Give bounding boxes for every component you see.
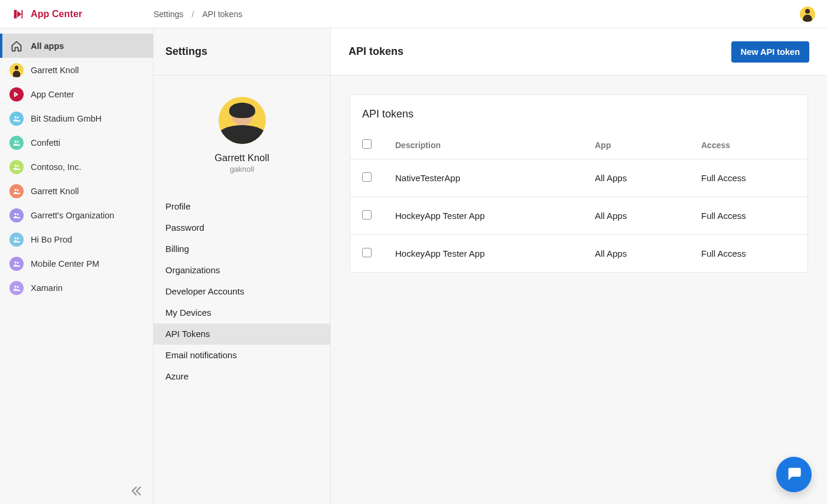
main-header: API tokens New API token <box>331 28 827 76</box>
appcenter-logo-icon <box>9 87 24 102</box>
people-icon <box>9 160 24 174</box>
sidebar-item[interactable]: Bit Stadium GmbH <box>0 106 153 130</box>
row-app: All Apps <box>583 159 689 197</box>
sidebar-item[interactable]: Garrett's Organization <box>0 203 153 227</box>
new-api-token-button[interactable]: New API token <box>731 41 809 63</box>
table-row[interactable]: HockeyApp Tester AppAll AppsFull Access <box>350 235 808 273</box>
svg-point-12 <box>15 261 17 263</box>
svg-point-8 <box>15 212 17 215</box>
brand-block[interactable]: App Center <box>12 8 154 21</box>
user-avatar-icon <box>9 63 24 77</box>
people-icon <box>9 257 24 271</box>
profile-card: Garrett Knoll gaknoll <box>154 76 330 184</box>
settings-nav-item[interactable]: Email notifications <box>154 345 330 366</box>
api-tokens-table: Description App Access NativeTesterAppAl… <box>350 131 808 272</box>
settings-nav-item[interactable]: Profile <box>154 196 330 217</box>
sidebar-item-label: Bit Stadium GmbH <box>31 114 102 123</box>
user-avatar-menu[interactable] <box>800 6 815 22</box>
svg-point-0 <box>15 116 17 118</box>
settings-title: Settings <box>165 45 207 58</box>
sidebar-item-label: Confetti <box>31 138 60 148</box>
sidebar-item-label: Garrett's Organization <box>31 211 114 220</box>
main: API tokens New API token API tokens Desc… <box>331 28 827 504</box>
topbar: App Center Settings / API tokens <box>0 0 827 28</box>
sidebar-item-label: Garrett Knoll <box>31 66 79 75</box>
settings-nav-item[interactable]: Developer Accounts <box>154 281 330 302</box>
select-all-checkbox[interactable] <box>362 139 372 149</box>
row-description: HockeyApp Tester App <box>383 235 583 273</box>
svg-point-14 <box>15 285 17 287</box>
collapse-sidebar-icon[interactable] <box>129 484 144 498</box>
sidebar-item-label: Contoso, Inc. <box>31 162 81 172</box>
brand-label: App Center <box>31 9 82 19</box>
sidebar-item[interactable]: App Center <box>0 82 153 106</box>
svg-point-7 <box>17 189 19 191</box>
sidebar-all-apps[interactable]: All apps <box>0 34 153 58</box>
column-access[interactable]: Access <box>689 131 808 159</box>
sidebar-item-label: Mobile Center PM <box>31 259 99 269</box>
row-checkbox[interactable] <box>362 172 372 182</box>
sidebar-list: All apps Garrett KnollApp CenterBit Stad… <box>0 28 153 300</box>
people-icon <box>9 112 24 126</box>
row-checkbox[interactable] <box>362 210 372 220</box>
table-row[interactable]: HockeyApp Tester AppAll AppsFull Access <box>350 197 808 235</box>
sidebar-item-label: Garrett Knoll <box>31 186 79 196</box>
sidebar-item-label: App Center <box>31 90 74 99</box>
svg-point-1 <box>17 116 19 118</box>
people-icon <box>9 208 24 222</box>
people-icon <box>9 233 24 247</box>
column-app[interactable]: App <box>583 131 689 159</box>
row-access: Full Access <box>689 197 808 235</box>
page-title: API tokens <box>349 45 403 58</box>
settings-nav-item[interactable]: API Tokens <box>154 323 330 345</box>
sidebar-item[interactable]: Confetti <box>0 130 153 155</box>
people-icon <box>9 136 24 150</box>
svg-point-2 <box>15 140 17 142</box>
appcenter-logo-icon <box>12 8 25 21</box>
sidebar-item[interactable]: Garrett Knoll <box>0 58 153 82</box>
svg-point-3 <box>17 140 19 142</box>
people-icon <box>9 184 24 198</box>
row-description: HockeyApp Tester App <box>383 197 583 235</box>
table-row[interactable]: NativeTesterAppAll AppsFull Access <box>350 159 808 197</box>
breadcrumb: Settings / API tokens <box>154 9 242 19</box>
profile-username: gaknoll <box>230 165 254 174</box>
settings-nav-item[interactable]: My Devices <box>154 302 330 323</box>
svg-point-10 <box>15 237 17 239</box>
sidebar-item-label: Hi Bo Prod <box>31 235 72 244</box>
svg-point-4 <box>15 164 17 166</box>
row-app: All Apps <box>583 197 689 235</box>
column-description[interactable]: Description <box>383 131 583 159</box>
breadcrumb-settings[interactable]: Settings <box>154 9 184 19</box>
svg-point-15 <box>17 286 19 287</box>
settings-header: Settings <box>154 28 330 76</box>
breadcrumb-separator: / <box>192 9 194 19</box>
chat-icon <box>786 465 802 484</box>
settings-nav-item[interactable]: Password <box>154 217 330 238</box>
svg-point-11 <box>17 237 19 239</box>
svg-point-9 <box>17 213 19 215</box>
sidebar-item[interactable]: Garrett Knoll <box>0 179 153 203</box>
settings-column: Settings Garrett Knoll gaknoll ProfilePa… <box>154 28 331 504</box>
home-icon <box>9 39 24 53</box>
sidebar-item[interactable]: Xamarin <box>0 276 153 300</box>
settings-nav-item[interactable]: Azure <box>154 366 330 387</box>
row-app: All Apps <box>583 235 689 273</box>
row-access: Full Access <box>689 235 808 273</box>
sidebar: All apps Garrett KnollApp CenterBit Stad… <box>0 28 154 504</box>
row-access: Full Access <box>689 159 808 197</box>
row-checkbox[interactable] <box>362 248 372 257</box>
sidebar-item[interactable]: Contoso, Inc. <box>0 155 153 179</box>
sidebar-item[interactable]: Mobile Center PM <box>0 251 153 276</box>
help-chat-button[interactable] <box>776 457 812 492</box>
sidebar-item-label: Xamarin <box>31 283 63 293</box>
profile-name: Garrett Knoll <box>214 152 269 163</box>
settings-nav-item[interactable]: Billing <box>154 238 330 260</box>
sidebar-item[interactable]: Hi Bo Prod <box>0 227 153 251</box>
breadcrumb-current: API tokens <box>202 9 242 19</box>
settings-nav: ProfilePasswordBillingOrganizationsDevel… <box>154 196 330 387</box>
card-title: API tokens <box>350 95 808 131</box>
settings-nav-item[interactable]: Organizations <box>154 260 330 281</box>
profile-avatar <box>219 97 266 144</box>
svg-point-5 <box>17 165 19 166</box>
